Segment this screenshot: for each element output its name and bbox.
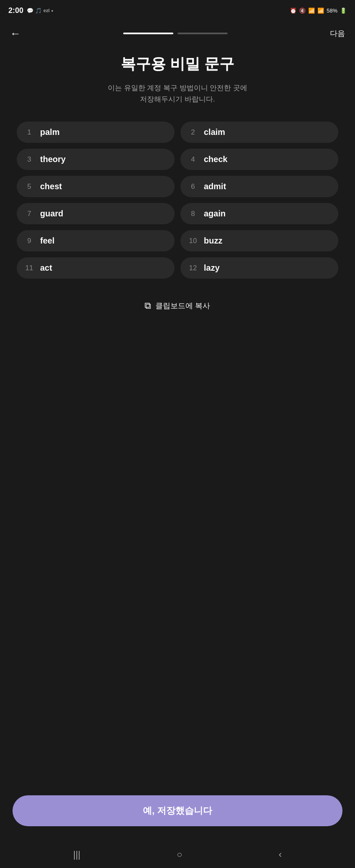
status-time: 2:00: [8, 6, 23, 15]
wifi-icon: 📶: [308, 8, 315, 14]
bottom-navigation: ||| ○ ‹: [0, 841, 355, 868]
media-icon: 🎵: [35, 8, 42, 14]
seed-item: 10 buzz: [180, 230, 338, 251]
seed-number: 11: [24, 264, 34, 272]
status-bar: 2:00 💬 🎵 ezl • ⏰ 🔇 📶 📶 58% 🔋: [0, 0, 355, 21]
seed-item: 5 chest: [17, 176, 175, 197]
battery-level: 58%: [327, 8, 337, 14]
copy-icon: ⧉: [145, 300, 151, 311]
seed-item: 11 act: [17, 257, 175, 279]
copy-label: 클립보드에 복사: [155, 301, 210, 311]
seed-number: 3: [24, 155, 34, 164]
seed-number: 12: [188, 264, 198, 272]
seed-item: 1 palm: [17, 122, 175, 143]
next-button[interactable]: 다음: [330, 28, 345, 38]
seed-number: 6: [188, 183, 198, 191]
seed-word: palm: [40, 127, 60, 137]
bottom-nav-menu[interactable]: |||: [73, 849, 80, 860]
confirm-button[interactable]: 예, 저장했습니다: [13, 795, 342, 826]
seed-item: 12 lazy: [180, 257, 338, 279]
back-button[interactable]: ←: [10, 27, 21, 40]
progress-bar-2: [178, 33, 228, 34]
seed-number: 2: [188, 128, 198, 137]
seed-word: again: [204, 209, 226, 218]
seed-words-grid: 1 palm 2 claim 3 theory 4 check 5 chest …: [17, 122, 338, 279]
seed-number: 9: [24, 237, 34, 245]
seed-item: 3 theory: [17, 149, 175, 170]
seed-word: lazy: [204, 263, 220, 273]
seed-item: 8 again: [180, 203, 338, 224]
seed-item: 9 feel: [17, 230, 175, 251]
page-subtitle: 이는 유일한 계정 복구 방법이니 안전한 곳에저장해두시기 바랍니다.: [108, 82, 247, 105]
seed-word: feel: [40, 236, 54, 246]
progress-bar-1: [123, 33, 173, 34]
seed-word: buzz: [204, 236, 222, 246]
seed-word: act: [40, 263, 52, 273]
seed-number: 5: [24, 183, 34, 191]
nav-bar: ← 다음: [0, 21, 355, 46]
seed-number: 8: [188, 210, 198, 218]
seed-word: admit: [204, 182, 226, 191]
seed-number: 1: [24, 128, 34, 137]
page-title: 복구용 비밀 문구: [121, 54, 234, 74]
seed-word: claim: [204, 127, 225, 137]
seed-item: 7 guard: [17, 203, 175, 224]
seed-item: 6 admit: [180, 176, 338, 197]
signal-icon: 📶: [317, 8, 324, 14]
bottom-nav-back[interactable]: ‹: [279, 849, 281, 860]
talk-icon: 💬: [27, 8, 33, 14]
seed-word: chest: [40, 182, 62, 191]
bottom-button-container: 예, 저장했습니다: [0, 795, 355, 839]
main-content: 복구용 비밀 문구 이는 유일한 계정 복구 방법이니 안전한 곳에저장해두시기…: [0, 46, 355, 467]
ezl-icon: ezl: [43, 8, 50, 13]
bottom-nav-home[interactable]: ○: [177, 849, 182, 860]
seed-number: 7: [24, 210, 34, 218]
mute-icon: 🔇: [299, 8, 306, 14]
seed-number: 10: [188, 237, 198, 245]
dot-icon: •: [51, 8, 53, 14]
progress-indicators: [123, 33, 228, 34]
copy-button[interactable]: ⧉ 클립보드에 복사: [136, 295, 218, 316]
seed-word: guard: [40, 209, 63, 218]
seed-number: 4: [188, 155, 198, 164]
battery-icon: 🔋: [340, 8, 347, 14]
alarm-icon: ⏰: [290, 8, 297, 14]
seed-item: 2 claim: [180, 122, 338, 143]
seed-word: theory: [40, 155, 66, 164]
seed-item: 4 check: [180, 149, 338, 170]
seed-word: check: [204, 155, 228, 164]
